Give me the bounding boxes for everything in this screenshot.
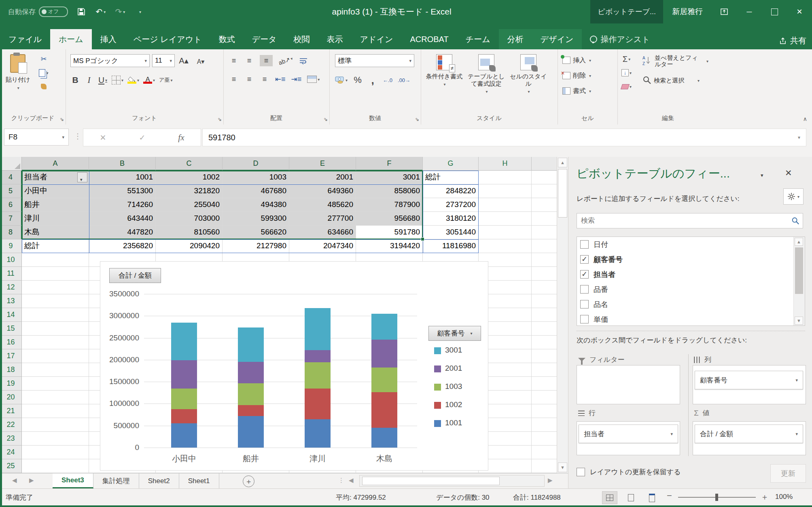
copy-button[interactable] [39,67,49,78]
search-input[interactable] [577,217,791,225]
align-top-icon[interactable]: ≡ [229,55,239,66]
horizontal-scroll-thumb[interactable] [362,477,500,485]
cell-A4[interactable]: 担当者 [22,171,89,184]
column-header-G[interactable]: G [423,157,479,171]
cell-A6[interactable]: 船井 [22,198,89,212]
field-item-顧客番号[interactable]: 顧客番号 [577,252,805,267]
cell-A8[interactable]: 木島 [22,226,89,239]
percent-style-button[interactable]: % [353,74,363,86]
cell-A20[interactable] [22,391,89,404]
row-header-16[interactable]: 16 [0,336,22,349]
vertical-scroll-thumb[interactable] [558,169,567,218]
column-header-A[interactable]: A [22,157,89,171]
sort-filter-button[interactable]: AZ 並べ替えとフィルター [642,55,708,67]
cell-D9[interactable]: 2127980 [223,239,289,253]
column-header-H[interactable]: H [479,157,532,171]
formula-bar-splitter[interactable]: ⋮ [74,132,81,141]
align-left-icon[interactable]: ≡ [229,74,239,85]
maximize-button[interactable] [762,0,787,23]
cell-B7[interactable]: 643440 [89,212,156,226]
row-header-20[interactable]: 20 [0,391,22,404]
cell-A14[interactable] [22,308,89,322]
field-checkbox[interactable] [580,315,589,323]
cell-F9[interactable]: 3194420 [356,239,423,253]
cell-H5[interactable] [479,184,532,198]
bar-segment-1001-小田中[interactable] [171,423,197,448]
insert-function-button[interactable]: fx [178,133,184,143]
column-header-F[interactable]: F [356,157,423,171]
cell-C9[interactable]: 2090420 [156,239,223,253]
ribbon-tab-デザイン[interactable]: デザイン [532,29,582,49]
share-button[interactable]: 共有 [779,35,806,46]
insert-cells-button[interactable]: 挿入 [562,54,591,66]
field-checkbox[interactable] [580,270,589,279]
bar-segment-1001-津川[interactable] [305,419,331,448]
field-checkbox[interactable] [580,240,589,249]
row-header-13[interactable]: 13 [0,294,22,308]
row-header-8[interactable]: 8 [0,226,22,239]
cell-E5[interactable]: 649360 [289,184,356,198]
save-icon[interactable] [75,6,87,18]
ribbon-tab-分析[interactable]: 分析 [499,29,532,49]
field-checkbox[interactable] [580,285,589,294]
find-select-button[interactable]: 検索と選択 [642,74,708,87]
cell-A22[interactable] [22,418,89,432]
bar-segment-1002-船井[interactable] [238,405,264,416]
cell-D5[interactable]: 467680 [223,184,289,198]
align-right-icon[interactable]: ≡ [260,74,269,85]
row-header-19[interactable]: 19 [0,377,22,391]
legend-field-button[interactable]: 顧客番号▾ [428,326,481,341]
cell-H6[interactable] [479,198,532,212]
undo-button[interactable]: ↶ [95,6,107,18]
ribbon-tab-数式[interactable]: 数式 [210,29,244,49]
ribbon-tab-チーム[interactable]: チーム [457,29,499,49]
pane-options-caret[interactable]: ▾ [761,172,763,178]
row-header-5[interactable]: 5 [0,184,22,198]
new-sheet-button[interactable]: ＋ [243,475,254,487]
column-header-C[interactable]: C [156,157,223,171]
row-header-7[interactable]: 7 [0,212,22,226]
clipboard-dialog-launcher[interactable] [60,116,64,122]
field-search[interactable] [577,213,803,228]
accounting-format-button[interactable] [335,74,348,86]
ribbon-tab-データ[interactable]: データ [244,29,285,49]
row-header-10[interactable]: 10 [0,253,22,267]
bar-segment-1001-船井[interactable] [238,416,264,448]
cell-H4[interactable] [479,171,532,184]
column-header-D[interactable]: D [223,157,289,171]
cell-C7[interactable]: 703000 [156,212,223,226]
pivot-chart[interactable]: 合計 / 金額350000030000002500000200000015000… [100,261,488,471]
cell-E6[interactable]: 485620 [289,198,356,212]
cell-F6[interactable]: 787900 [356,198,423,212]
cell-A15[interactable] [22,322,89,336]
horizontal-scrollbar[interactable] [359,475,545,487]
field-list-scrollbar[interactable]: ▲ ▼ [793,237,805,325]
bar-segment-3001-木島[interactable] [371,314,397,340]
row-header-23[interactable]: 23 [0,432,22,446]
formula-input[interactable]: 591780 [202,129,806,146]
cut-button[interactable]: ✂ [39,53,49,65]
number-dialog-launcher[interactable] [415,116,419,122]
bar-segment-2001-小田中[interactable] [171,360,197,389]
cell-A24[interactable] [22,446,89,459]
select-all-corner[interactable] [0,157,22,171]
cell-G4[interactable]: 総計 [423,171,479,184]
cell-B5[interactable]: 551300 [89,184,156,198]
row-header-15[interactable]: 15 [0,322,22,336]
cell-H9[interactable] [479,239,532,253]
quick-access-customize[interactable] [134,6,146,18]
minimize-button[interactable]: ─ [737,0,762,23]
wrap-text-button[interactable] [299,55,308,66]
pane-close-icon[interactable]: ✕ [785,168,792,178]
sheet-nav-prev-icon[interactable]: ◀ [12,477,17,484]
cell-F5[interactable]: 858060 [356,184,423,198]
cell-A13[interactable] [22,294,89,308]
view-normal-button[interactable] [602,491,617,504]
field-item-品名[interactable]: 品名 [577,297,805,312]
bar-segment-1002-津川[interactable] [305,389,331,419]
zoom-level[interactable]: 100% [775,493,793,501]
font-color-button[interactable]: A [143,74,155,86]
format-as-table-button[interactable]: テーブルとして書式設定 [465,54,507,95]
font-name-combo[interactable]: MS Pゴシック [70,54,150,67]
ribbon-tab-校閲[interactable]: 校閲 [285,29,318,49]
